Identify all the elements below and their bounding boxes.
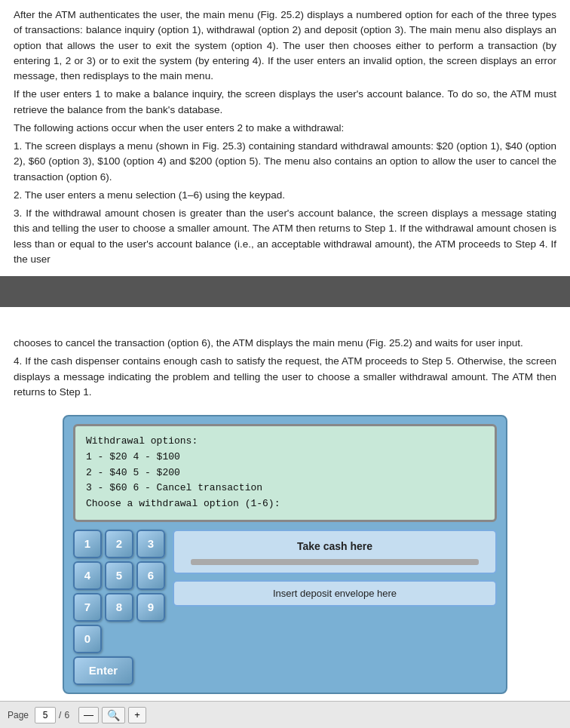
key-2[interactable]: 2 [105,530,133,558]
page-input[interactable] [35,707,56,723]
atm-screen: Withdrawal options: 1 - $20 4 - $100 2 -… [73,424,497,522]
top-paragraph-5: 2. The user enters a menu selection (1–6… [14,188,556,203]
key-5[interactable]: 5 [105,561,133,590]
atm-right-panel: Take cash here Insert deposit envelope h… [173,530,497,607]
deposit-slot-label: Insert deposit envelope here [273,588,397,599]
key-1[interactable]: 1 [73,530,102,558]
zoom-out-button[interactable]: — [78,707,99,723]
bottom-content: chooses to cancel the transaction (optio… [0,307,570,694]
screen-line-3: 2 - $40 5 - $200 [86,465,484,481]
page-slash: / [59,708,61,722]
atm-keypad: 1 2 3 4 5 6 7 8 9 0 Enter [73,530,165,685]
bottom-paragraph-1: chooses to cancel the transaction (optio… [14,336,556,351]
cash-slot [191,559,479,565]
key-0[interactable]: 0 [73,625,102,653]
top-paragraph-3: The following actions occur when the use… [14,121,556,136]
plus-icon: + [134,709,140,720]
top-text-section: After the ATM authenticates the user, th… [0,0,570,278]
total-pages: 6 [64,708,69,722]
screen-line-1: Withdrawal options: [86,434,484,450]
key-4[interactable]: 4 [73,561,102,590]
top-paragraph-2: If the user enters 1 to make a balance i… [14,87,556,118]
toolbar: Page / 6 — 🔍 + [0,701,570,728]
top-paragraph-6: 3. If the withdrawal amount chosen is gr… [14,206,556,267]
key-8[interactable]: 8 [105,593,133,622]
key-enter[interactable]: Enter [73,656,133,685]
cash-slot-label: Take cash here [183,539,486,554]
top-paragraph-4: 1. The screen displays a menu (shown in … [14,139,556,185]
screen-line-5: Choose a withdrawal option (1-6): [86,496,484,512]
screen-line-2: 1 - $20 4 - $100 [86,450,484,465]
deposit-slot-area: Insert deposit envelope here [173,580,497,607]
atm-figure: Withdrawal options: 1 - $20 4 - $100 2 -… [63,415,507,694]
bottom-text-area: chooses to cancel the transaction (optio… [14,307,556,415]
page-label: Page [8,708,29,722]
key-7[interactable]: 7 [73,593,102,622]
dark-divider [0,278,570,307]
key-3[interactable]: 3 [136,530,165,558]
bottom-paragraph-2: 4. If the cash dispenser contains enough… [14,354,556,400]
key-9[interactable]: 9 [136,593,165,622]
zoom-icon-button[interactable]: 🔍 [102,707,125,723]
zoom-in-button[interactable]: + [128,707,146,723]
screen-line-4: 3 - $60 6 - Cancel transaction [86,481,484,496]
minus-icon: — [84,709,93,720]
zoom-icon: 🔍 [107,709,120,721]
key-6[interactable]: 6 [136,561,165,590]
atm-lower-panel: 1 2 3 4 5 6 7 8 9 0 Enter Take cash here [73,530,497,685]
top-paragraph-1: After the ATM authenticates the user, th… [14,8,556,84]
cash-slot-area: Take cash here [173,530,497,574]
